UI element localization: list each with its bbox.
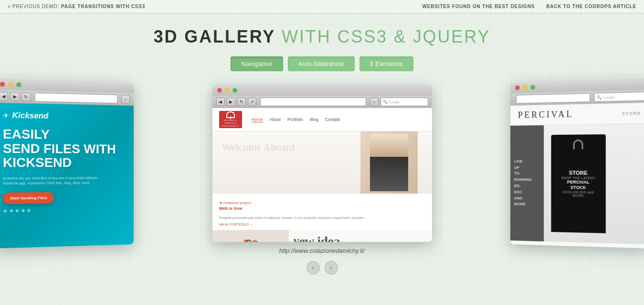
tl-red-right bbox=[515, 85, 520, 90]
center-toolbar: ◀ ▶ ↻ ↗ + 🔍 Google bbox=[212, 96, 432, 108]
percival-hanger-icon bbox=[573, 140, 583, 150]
percival-jacket-area: LIVEUPTORUNNINGED.EXCandMORE STORE SHOP … bbox=[510, 124, 644, 244]
tl-yellow-center bbox=[225, 88, 230, 93]
kicksend-headline: EasilySend Files withKicksend bbox=[3, 127, 126, 170]
percival-store-link[interactable]: STORE bbox=[622, 110, 641, 116]
michy-content: MICHELA CIROCINIWEB DESIGN Home About Po… bbox=[212, 108, 432, 242]
kicksend-icon: ✈ bbox=[3, 111, 9, 120]
prev-arrow[interactable]: ‹ bbox=[306, 261, 320, 274]
gallery-url: http://www.colazionedamichy.it/ bbox=[279, 247, 365, 254]
tl-green-right bbox=[530, 85, 535, 90]
percival-left-panel: LIVEUPTORUNNINGED.EXCandMORE bbox=[510, 125, 544, 241]
michy-nav-blog[interactable]: Blog bbox=[310, 117, 318, 122]
percival-content: PERCIVAL STORE LIVEUPTORUNNINGED.EXCandM… bbox=[510, 103, 644, 249]
best-designs-link[interactable]: Websites Found on the Best Designs bbox=[422, 4, 535, 9]
address-bar-left[interactable] bbox=[35, 93, 117, 103]
address-bar-right[interactable] bbox=[516, 93, 590, 104]
kicksend-cta-button[interactable]: Start Sending Files bbox=[3, 192, 54, 204]
page-title: 3D Gallery with CSS3 & jQuery bbox=[0, 27, 644, 47]
michy-hero: Welcome Aboard bbox=[212, 131, 432, 194]
navigation-button[interactable]: Navigation bbox=[231, 56, 283, 71]
prev-demo-label: « Previous Demo: bbox=[8, 4, 59, 9]
add-tab-center[interactable]: + bbox=[370, 98, 379, 106]
michy-person-image bbox=[370, 134, 408, 191]
percival-store-badge: STORE SHOP THE LATEST PERCIVAL STOCK EXC… bbox=[556, 166, 601, 201]
michy-nav-portfolio[interactable]: Portfolio bbox=[287, 117, 303, 122]
back-btn-center[interactable]: ◀ bbox=[216, 98, 225, 106]
michy-bottom: 🎒 New idea bbox=[212, 230, 432, 242]
search-bar-center[interactable]: 🔍 Google bbox=[380, 98, 428, 106]
percival-logo-text: PERCIVAL bbox=[518, 109, 573, 120]
michy-portfolio-btn[interactable]: VAI AL PORTFOLIO → bbox=[219, 223, 425, 226]
michy-nav: MICHELA CIROCINIWEB DESIGN Home About Po… bbox=[212, 108, 432, 131]
search-icon-right: 🔍 bbox=[597, 95, 602, 100]
michy-hero-text: Welcome Aboard bbox=[222, 141, 295, 153]
forward-btn-center[interactable]: ▶ bbox=[227, 98, 235, 106]
michy-featured-link[interactable]: Web is love bbox=[219, 206, 425, 211]
tl-yellow-right bbox=[523, 85, 528, 90]
michy-featured-desc: Progetto personale,una sorta di notebook… bbox=[219, 216, 365, 219]
left-browser: ◀ ▶ ↻ + ✈ Kicksend EasilySend Files with… bbox=[0, 78, 134, 248]
title-light: with CSS3 & jQuery bbox=[282, 27, 490, 46]
top-bar-left: « Previous Demo: Page Transitions with C… bbox=[8, 4, 145, 9]
michy-new-idea-text: New idea bbox=[293, 234, 428, 242]
michy-new-idea-area: New idea bbox=[289, 230, 432, 242]
kicksend-stars: ★ ★ ★ ★ ★ bbox=[3, 206, 126, 214]
percival-header: PERCIVAL STORE bbox=[510, 103, 644, 126]
michy-nav-links: Home About Portfolio Blog Contatti bbox=[252, 117, 340, 122]
percival-hero: LIVEUPTORUNNINGED.EXCandMORE STORE SHOP … bbox=[510, 124, 644, 244]
kicksend-logo-text: Kicksend bbox=[12, 111, 49, 120]
tl-green-center bbox=[232, 88, 237, 93]
top-bar-right: Websites Found on the Best Designs Back … bbox=[422, 4, 636, 9]
michy-logo: MICHELA CIROCINIWEB DESIGN bbox=[219, 111, 242, 128]
percival-badge-sub2: PERCIVAL STOCK bbox=[559, 180, 598, 191]
refresh-btn-center[interactable]: ↻ bbox=[237, 98, 246, 106]
percival-badge-sub3: EXCLUSIVES and MORE bbox=[559, 190, 598, 197]
search-bar-right[interactable]: 🔍 Google bbox=[594, 92, 644, 102]
refresh-btn-left[interactable]: ↻ bbox=[21, 92, 31, 101]
next-arrow[interactable]: › bbox=[325, 261, 338, 274]
michy-bottom-icon: 🎒 bbox=[240, 239, 261, 242]
percival-badge-store: STORE bbox=[559, 170, 598, 176]
add-tab-left[interactable]: + bbox=[121, 95, 130, 103]
search-label: Google bbox=[389, 100, 400, 104]
michy-featured-title: Featured project bbox=[219, 201, 252, 205]
prev-demo-link[interactable]: Page Transitions with CSS3 bbox=[61, 4, 145, 9]
center-browser: ◀ ▶ ↻ ↗ + 🔍 Google MICHELA CIROCINIWEB D… bbox=[212, 85, 432, 242]
percival-jacket: STORE SHOP THE LATEST PERCIVAL STOCK EXC… bbox=[551, 134, 605, 233]
kicksend-subtext: Kicksend lets you send files of any size… bbox=[3, 175, 126, 186]
right-browser: 🔍 Google PERCIVAL STORE LIVEUPTORUNNINGE… bbox=[510, 78, 644, 248]
back-btn-left[interactable]: ◀ bbox=[0, 92, 8, 101]
search-label-right: Google bbox=[603, 95, 615, 99]
button-group: Navigation Auto-Slideshow 3 Elements bbox=[0, 56, 644, 71]
auto-slideshow-button[interactable]: Auto-Slideshow bbox=[288, 56, 355, 71]
michy-nav-about[interactable]: About bbox=[270, 117, 281, 122]
nav-arrows: ‹ › bbox=[0, 261, 644, 274]
center-titlebar bbox=[212, 85, 432, 96]
kicksend-content: ✈ Kicksend EasilySend Files withKicksend… bbox=[0, 103, 134, 249]
michy-hero-image bbox=[360, 131, 418, 194]
gallery-caption: http://www.colazionedamichy.it/ bbox=[0, 247, 644, 254]
address-bar-center[interactable] bbox=[260, 98, 366, 106]
tl-red-center bbox=[217, 88, 222, 93]
tl-red-left bbox=[0, 82, 5, 87]
michy-logo-text: MICHELA CIROCINIWEB DESIGN bbox=[219, 119, 242, 128]
page-title-section: 3D Gallery with CSS3 & jQuery bbox=[0, 13, 644, 56]
percival-panel-text: LIVEUPTORUNNINGED.EXCandMORE bbox=[514, 159, 540, 208]
michy-nav-home[interactable]: Home bbox=[252, 117, 263, 122]
tl-yellow-left bbox=[8, 82, 13, 87]
elements-button[interactable]: 3 Elements bbox=[359, 56, 413, 71]
codrops-link[interactable]: Back to the Codrops Article bbox=[546, 4, 636, 9]
michy-anchor-icon bbox=[226, 111, 235, 118]
search-icon-center: 🔍 bbox=[383, 100, 388, 104]
share-btn-center[interactable]: ↗ bbox=[248, 98, 256, 106]
top-bar: « Previous Demo: Page Transitions with C… bbox=[0, 0, 644, 13]
tl-green-left bbox=[16, 82, 21, 87]
forward-btn-left[interactable]: ▶ bbox=[10, 92, 19, 101]
gallery-wrapper: ◀ ▶ ↻ + ✈ Kicksend EasilySend Files with… bbox=[0, 85, 644, 242]
kicksend-logo: ✈ Kicksend bbox=[3, 111, 126, 122]
michy-bottom-image: 🎒 bbox=[212, 230, 289, 242]
title-bold: 3D Gallery bbox=[154, 27, 276, 46]
michy-nav-contatti[interactable]: Contatti bbox=[325, 117, 340, 122]
michy-featured: Featured project Web is love Progetto pe… bbox=[212, 194, 432, 230]
